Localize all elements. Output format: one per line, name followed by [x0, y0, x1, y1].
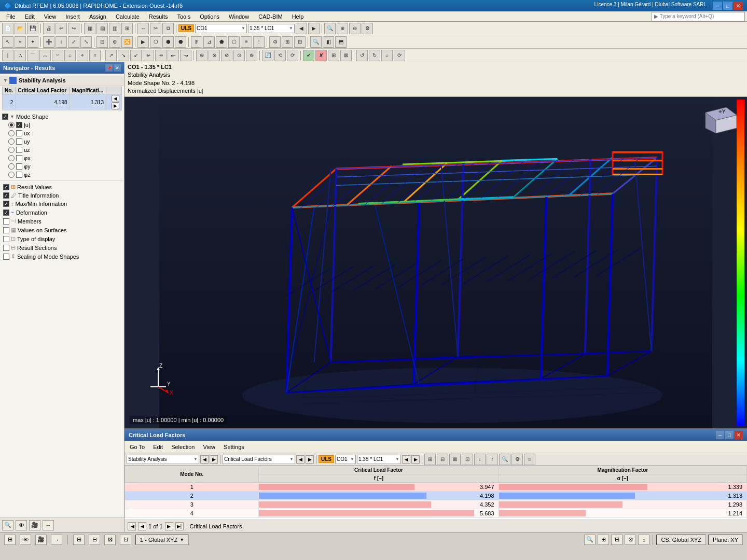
chk-result-values[interactable]	[3, 184, 9, 190]
tb3-b16[interactable]: ⊕	[196, 50, 208, 61]
chk-type-display[interactable]	[3, 236, 9, 242]
tb2-b11[interactable]: ▶	[137, 36, 149, 48]
radio-uz[interactable]	[8, 147, 15, 153]
radio-uy[interactable]	[8, 138, 15, 145]
new-btn[interactable]: 📄	[2, 23, 13, 34]
nav-title-info[interactable]: 🖊 Title Information	[0, 191, 124, 200]
nav-result-values[interactable]: ⊞ Result Values	[0, 183, 124, 191]
tb3-b4[interactable]: ⌓	[39, 50, 51, 61]
table-row[interactable]: 1 3.947 1.339	[125, 483, 747, 492]
tb3-b28[interactable]: ↺	[356, 50, 368, 61]
mode-uz-item[interactable]: uz	[0, 146, 124, 154]
tb3-b8[interactable]: ⌗	[89, 50, 101, 61]
tb3-b17[interactable]: ⊗	[209, 50, 220, 61]
tb3-b2[interactable]: ∧	[15, 50, 26, 61]
menu-insert[interactable]: Insert	[61, 12, 84, 21]
lb-btn-2[interactable]: 👁	[16, 520, 27, 530]
tb2-b14[interactable]: ⬣	[175, 36, 186, 48]
status-btn-7[interactable]: ⊠	[104, 535, 116, 545]
tb2-b4[interactable]: ➕	[43, 36, 54, 48]
chk-members[interactable]	[3, 218, 9, 225]
tb3-b5[interactable]: ⌔	[52, 50, 63, 61]
mode-u-item[interactable]: |u|	[0, 121, 124, 129]
chk-deformation[interactable]	[3, 209, 9, 216]
tb2-b7[interactable]: ⤡	[80, 36, 92, 48]
tb3-b29[interactable]: ↻	[369, 50, 380, 61]
tb2-b9[interactable]: ⊕	[109, 36, 120, 48]
check-phiz[interactable]	[16, 172, 22, 178]
check-phix[interactable]	[16, 155, 22, 161]
radio-phiy[interactable]	[8, 163, 15, 170]
bp-tb3[interactable]: ⊠	[449, 454, 461, 465]
sr-btn-2[interactable]: ⊞	[598, 535, 609, 545]
sr-btn-3[interactable]: ⊟	[611, 535, 622, 545]
nav-members[interactable]: ⊣ Members	[0, 217, 124, 226]
redo-btn[interactable]: ↪	[68, 23, 79, 34]
menu-calculate[interactable]: Calculate	[112, 12, 144, 21]
tb3-b10[interactable]: ↘	[118, 50, 129, 61]
tb3-b27[interactable]: ⊠	[340, 50, 352, 61]
print-btn[interactable]: 🖨	[43, 23, 54, 34]
nav-pin-btn[interactable]: 📌	[105, 64, 113, 72]
tb1-b9[interactable]: ⊕	[337, 23, 348, 34]
nav-maxmin-info[interactable]: ↕ Max/Min Information	[0, 200, 124, 208]
status-btn-2[interactable]: 👁	[20, 535, 31, 545]
table-prev-btn[interactable]: ◀	[296, 455, 305, 464]
bp-co-next-btn[interactable]: ▶	[411, 455, 420, 464]
tb1-b6[interactable]: ✂	[150, 23, 161, 34]
bp-tb2[interactable]: ⊟	[437, 454, 448, 465]
table-row[interactable]: 4 5.683 1.214	[125, 509, 747, 518]
close-button[interactable]: ✕	[734, 2, 743, 10]
tb2-b21[interactable]: ⚙	[269, 36, 281, 48]
nav-type-display[interactable]: ⊡ Type of display	[0, 234, 124, 243]
tb1-b1[interactable]: ▦	[84, 23, 95, 34]
tb2-b18[interactable]: ⬠	[228, 36, 240, 48]
radio-phiz[interactable]	[8, 172, 15, 178]
sr-btn-1[interactable]: 🔍	[584, 535, 596, 545]
status-btn-1[interactable]: ⊞	[4, 535, 16, 545]
bp-edit[interactable]: Edit	[151, 443, 165, 451]
analysis-type-combo[interactable]: Stability Analysis ▼	[127, 455, 199, 464]
nav-close-btn[interactable]: ✕	[114, 64, 121, 72]
bp-tb7[interactable]: 🔍	[499, 454, 510, 465]
tb3-b1[interactable]: |	[2, 50, 13, 61]
next-combo-btn[interactable]: ▶	[308, 23, 320, 34]
check-ux[interactable]	[16, 130, 22, 136]
tb2-b20[interactable]: ⋮	[253, 36, 265, 48]
table-row[interactable]: 2 4.198 1.313	[125, 492, 747, 500]
tb2-b23[interactable]: ⊟	[294, 36, 306, 48]
tb1-b4[interactable]: ⊞	[121, 23, 133, 34]
status-btn-4[interactable]: →	[51, 535, 62, 545]
check-uy[interactable]	[16, 138, 22, 145]
analysis-prev-btn[interactable]: ◀	[200, 455, 209, 464]
status-coord-system[interactable]: 1 - Global XYZ ▼	[135, 535, 189, 545]
chk-result-sections[interactable]	[3, 245, 9, 251]
radio-ux[interactable]	[8, 130, 15, 136]
tb3-b18[interactable]: ⊘	[221, 50, 232, 61]
sr-btn-4[interactable]: ⊠	[625, 535, 636, 545]
load-combo[interactable]: CO1 ▼	[195, 24, 247, 33]
tb3-b21[interactable]: 🔄	[262, 50, 273, 61]
tb3-b23[interactable]: ⟳	[287, 50, 298, 61]
tb3-b13[interactable]: ↛	[155, 50, 167, 61]
menu-file[interactable]: File	[2, 12, 20, 21]
bp-selection[interactable]: Selection	[169, 443, 197, 451]
mode-shape-parent[interactable]: ▼ Mode Shape	[0, 113, 124, 121]
tb2-b22[interactable]: ⊞	[282, 36, 293, 48]
bp-tb9[interactable]: ≡	[524, 454, 535, 465]
save-btn[interactable]: 💾	[27, 23, 38, 34]
bp-view[interactable]: View	[201, 443, 217, 451]
check-u[interactable]	[16, 122, 22, 128]
stability-analysis-header[interactable]: ▼ Stability Analysis	[0, 76, 124, 86]
tb1-b7[interactable]: ⧉	[162, 23, 174, 34]
radio-u[interactable]	[8, 122, 15, 128]
sr-btn-5[interactable]: ↕	[638, 535, 649, 545]
menu-edit[interactable]: Edit	[21, 12, 39, 21]
tb3-b22[interactable]: ⟲	[274, 50, 286, 61]
tb2-b17[interactable]: ⬟	[216, 36, 227, 48]
tb3-b7[interactable]: ⌖	[77, 50, 88, 61]
lc-combo[interactable]: 1.35 * LC1 ▼	[248, 24, 295, 33]
bp-lc-combo[interactable]: 1.35 * LC1 ▼	[357, 455, 401, 464]
nav-deformation[interactable]: ⌁ Deformation	[0, 208, 124, 217]
open-btn[interactable]: 📂	[15, 23, 26, 34]
